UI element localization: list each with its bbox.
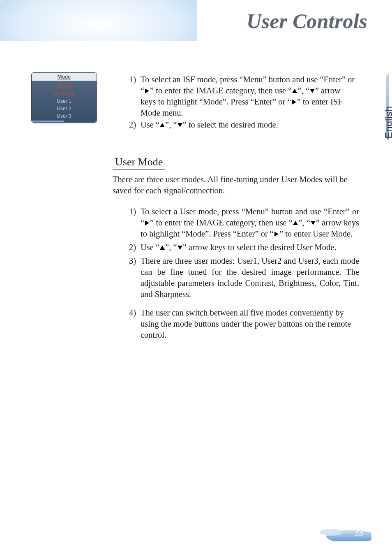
section-heading-user-mode: User Mode <box>113 155 165 169</box>
list-item: 4) The user can switch between all five … <box>129 307 359 341</box>
list-item: 1) To select a User mode, press “Menu” b… <box>129 206 359 239</box>
mode-menu-accent <box>32 121 97 122</box>
text-fragment: Use “ <box>141 243 159 252</box>
svg-point-13 <box>320 529 343 536</box>
list-number: 3) <box>129 255 136 267</box>
header-background <box>0 0 197 41</box>
list-item: 2) Use “”, “” arrow keys to select the d… <box>129 242 359 253</box>
right-arrow-icon <box>144 88 150 94</box>
list-item: 1) To select an ISF mode, press “Menu” b… <box>129 74 356 118</box>
svg-marker-5 <box>178 123 182 127</box>
user-mode-steps-list: 1) To select a User mode, press “Menu” b… <box>129 206 359 341</box>
svg-marker-11 <box>178 246 182 250</box>
list-item: 3) There are three user modes: User1, Us… <box>129 255 359 300</box>
svg-marker-7 <box>293 221 298 225</box>
down-arrow-icon <box>177 245 183 251</box>
list-number: 4) <box>129 307 136 318</box>
down-arrow-icon <box>309 88 315 94</box>
page-title: User Controls <box>247 9 367 33</box>
right-arrow-icon <box>291 99 297 105</box>
right-arrow-icon <box>274 231 279 237</box>
text-fragment: ” to enter the IMAGE category, then use … <box>150 86 292 95</box>
svg-marker-9 <box>274 232 279 237</box>
text-fragment: Use “ <box>141 120 159 129</box>
text-fragment: ” arrow keys to select the desired User … <box>183 243 337 252</box>
svg-marker-1 <box>292 89 297 93</box>
list-number: 2) <box>129 119 136 130</box>
text-fragment: The user can switch between all five mod… <box>141 308 351 339</box>
mode-menu-header: Mode <box>32 73 97 81</box>
mode-menu-item[interactable]: User 1 <box>32 97 97 105</box>
up-arrow-icon <box>159 122 165 128</box>
up-arrow-icon <box>292 88 297 94</box>
text-fragment: ”, “ <box>165 243 177 252</box>
svg-marker-6 <box>145 220 149 225</box>
isf-steps-list: 1) To select an ISF mode, press “Menu” b… <box>129 74 356 130</box>
language-tab: English <box>374 74 389 165</box>
text-fragment: ” to select the desired mode. <box>183 120 278 129</box>
text-fragment: ”, “ <box>298 218 310 227</box>
content-body: 1) To select an ISF mode, press “Menu” b… <box>115 74 356 343</box>
list-number: 2) <box>129 242 136 253</box>
down-arrow-icon <box>310 220 316 226</box>
svg-marker-3 <box>292 100 296 104</box>
text-fragment: ” to enter the IMAGE category, then use … <box>150 218 293 227</box>
down-arrow-icon <box>177 122 183 128</box>
mode-menu-item[interactable]: User 3 <box>32 112 97 120</box>
svg-marker-4 <box>160 123 165 127</box>
text-fragment: ”, “ <box>165 120 177 129</box>
text-fragment: ” to enter User Mode. <box>279 229 353 238</box>
right-arrow-icon <box>144 220 150 226</box>
svg-marker-10 <box>160 246 165 250</box>
list-item: 2) Use “”, “” to select the desired mode… <box>129 119 356 130</box>
svg-marker-0 <box>145 88 149 93</box>
text-fragment: There are three user modes: User1, User2… <box>141 256 359 299</box>
page-number-badge: 33 <box>306 524 371 541</box>
mode-menu-item[interactable]: User 2 <box>32 105 97 112</box>
svg-marker-8 <box>311 221 316 225</box>
list-number: 1) <box>129 206 136 217</box>
up-arrow-icon <box>293 220 298 226</box>
mode-menu-item[interactable]: ISF Night <box>32 90 97 97</box>
language-tab-label: English <box>383 106 392 139</box>
mode-menu-items: ISF Day ISF Night User 1 User 2 User 3 <box>32 81 97 122</box>
svg-marker-2 <box>310 89 315 93</box>
list-number: 1) <box>129 74 136 85</box>
mode-menu-panel: Mode ISF Day ISF Night User 1 User 2 Use… <box>31 72 97 123</box>
user-mode-intro: There are three user modes. All fine-tun… <box>113 174 359 196</box>
page-number: 33 <box>354 527 363 538</box>
mode-menu-item[interactable]: ISF Day <box>32 83 97 90</box>
text-fragment: ”, “ <box>297 86 309 95</box>
up-arrow-icon <box>159 245 165 251</box>
